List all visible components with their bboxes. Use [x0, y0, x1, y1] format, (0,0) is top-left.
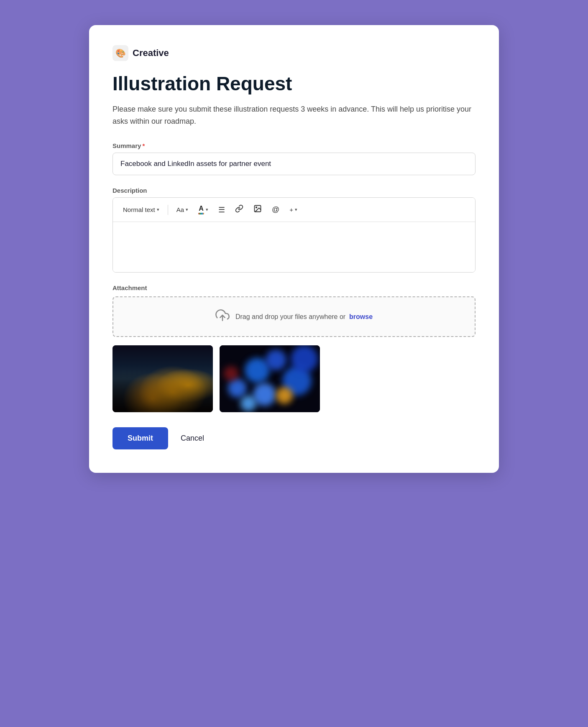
svg-point-1: [256, 207, 257, 208]
bokeh-circle: [228, 379, 247, 398]
bokeh-circle: [276, 387, 293, 404]
brand-header: 🎨 Creative: [112, 45, 476, 61]
thumbnail-harbor: [112, 345, 213, 412]
bullet-list-button[interactable]: ☰: [214, 203, 229, 217]
bokeh-image: [220, 345, 320, 412]
page-description: Please make sure you submit these illust…: [112, 103, 476, 128]
page-title: Illustration Request: [112, 73, 476, 95]
image-icon: [253, 204, 262, 215]
text-color-icon: A: [198, 205, 204, 214]
cancel-button[interactable]: Cancel: [176, 427, 208, 449]
text-style-chevron-icon: ▾: [157, 207, 159, 212]
font-size-dropdown[interactable]: Aa ▾: [172, 204, 192, 216]
description-editor: Normal text ▾ Aa ▾ A ▾: [112, 197, 476, 273]
bokeh-circle: [266, 349, 286, 370]
mention-button[interactable]: @: [268, 203, 284, 217]
brand-icon: 🎨: [112, 45, 128, 61]
bullet-list-icon: ☰: [218, 205, 225, 214]
description-label: Description: [112, 187, 476, 194]
drop-text: Drag and drop your files anywhere or bro…: [235, 313, 373, 321]
image-button[interactable]: [249, 202, 266, 217]
text-color-dropdown[interactable]: A ▾: [194, 202, 212, 217]
image-thumbnails: [112, 345, 476, 412]
font-size-chevron-icon: ▾: [186, 207, 188, 212]
more-options-label: +: [289, 206, 293, 213]
mention-icon: @: [272, 205, 279, 214]
submit-button[interactable]: Submit: [112, 427, 168, 449]
link-button[interactable]: [231, 202, 248, 217]
attachment-section: Attachment Drag and drop your files anyw…: [112, 284, 476, 412]
editor-toolbar: Normal text ▾ Aa ▾ A ▾: [113, 198, 475, 222]
harbor-image: [112, 345, 213, 412]
more-options-chevron-icon: ▾: [295, 207, 297, 212]
attachment-drop-zone[interactable]: Drag and drop your files anywhere or bro…: [112, 296, 476, 337]
font-size-label: Aa: [176, 206, 184, 213]
summary-input[interactable]: [112, 153, 476, 175]
toolbar-divider-1: [168, 205, 168, 215]
text-style-label: Normal text: [123, 206, 155, 213]
text-color-chevron-icon: ▾: [206, 207, 208, 212]
thumbnail-bokeh: [220, 345, 320, 412]
browse-link[interactable]: browse: [349, 313, 373, 320]
upload-icon: [215, 308, 230, 325]
bokeh-circle: [240, 395, 256, 411]
attachment-label: Attachment: [112, 284, 476, 291]
form-actions: Submit Cancel: [112, 427, 476, 449]
link-icon: [235, 204, 243, 215]
text-style-dropdown[interactable]: Normal text ▾: [119, 204, 164, 216]
description-field-group: Description Normal text ▾ Aa ▾ A: [112, 187, 476, 273]
form-card: 🎨 Creative Illustration Request Please m…: [89, 25, 499, 473]
description-editor-body[interactable]: [113, 222, 475, 272]
summary-label: Summary *: [112, 142, 476, 149]
required-indicator: *: [142, 142, 145, 149]
brand-name: Creative: [133, 48, 169, 59]
bokeh-circle: [253, 383, 276, 406]
more-options-dropdown[interactable]: + ▾: [285, 204, 302, 216]
summary-field-group: Summary *: [112, 142, 476, 175]
bokeh-circle: [291, 345, 318, 372]
